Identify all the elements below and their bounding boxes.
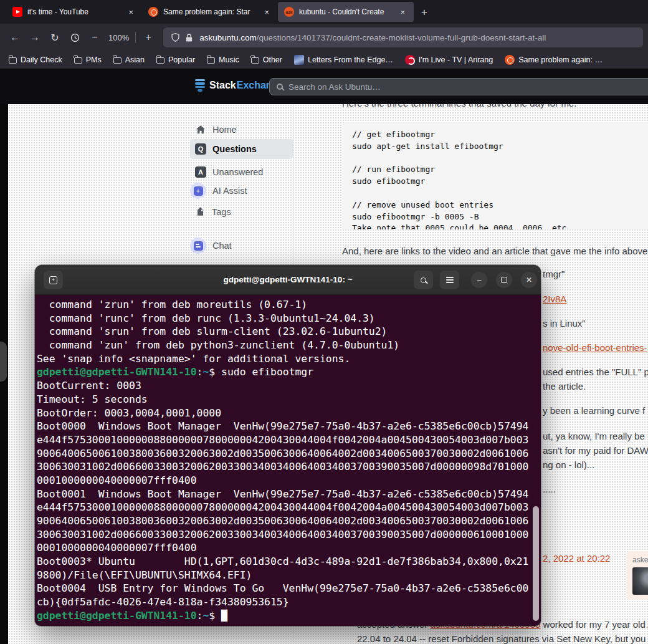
bookmark-letters[interactable]: Letters From the Edge… xyxy=(294,55,393,65)
terminal-line: 9800)/File(\EFI\UBUNTU\SHIMX64.EFI) xyxy=(37,569,541,582)
terminal-output[interactable]: command 'zrun' from deb moreutils (0.67-… xyxy=(35,295,541,623)
sidebar-item-tags[interactable]: Tags xyxy=(195,204,231,220)
sidebar-item-label: Chat xyxy=(212,241,232,251)
zoom-level[interactable]: 100% xyxy=(105,33,133,42)
bookmark-arirang[interactable]: I'm Live - TV | Arirang xyxy=(405,55,493,65)
search-icon xyxy=(277,84,283,90)
tab-youtube[interactable]: it's time - YouTube × xyxy=(6,2,142,22)
tab-strip: it's time - YouTube × Same problem again… xyxy=(0,0,648,24)
terminal-line: BootOrder: 0003,0004,0001,0000 xyxy=(37,406,541,420)
firefox-chrome: it's time - YouTube × Same problem again… xyxy=(0,0,648,69)
maximize-button[interactable] xyxy=(496,272,512,288)
answer-links-line: And, here are links to the video and an … xyxy=(342,246,648,256)
terminal-line: 90064006500610038003600320063002d0035006… xyxy=(37,514,541,528)
sidebar-item-unanswered[interactable]: A Unanswered xyxy=(195,164,263,180)
unanswered-icon: A xyxy=(195,166,206,178)
code-line: // get efibootmgr xyxy=(352,129,648,141)
folder-icon xyxy=(113,57,122,64)
folder-icon xyxy=(156,57,164,64)
terminal-menu-button[interactable] xyxy=(440,271,459,289)
chat-icon xyxy=(190,238,206,254)
asked-signature-box: asked xyxy=(626,551,648,600)
terminal-scrollbar[interactable] xyxy=(533,506,539,621)
home-icon xyxy=(195,124,206,135)
tab-same-problem[interactable]: Same problem again: Star × xyxy=(142,2,278,22)
tag-icon xyxy=(195,207,206,218)
user-avatar[interactable] xyxy=(632,567,648,595)
back-button[interactable]: ← xyxy=(5,28,25,47)
text-fragment: the article. xyxy=(543,381,586,392)
ubuntu-icon xyxy=(505,55,515,65)
text-fragment: asn't for my paid for DAW xyxy=(543,445,648,456)
forward-button[interactable]: → xyxy=(25,28,45,47)
navigation-toolbar: ← → ↻ − 100% + askubuntu.com/questions/1… xyxy=(0,24,648,51)
bookmark-popular[interactable]: Popular xyxy=(156,55,195,64)
bookmark-daily-check[interactable]: Daily Check xyxy=(9,55,62,64)
text-fragment: tmgr" xyxy=(543,269,565,279)
text-fragment: y been a learning curve f xyxy=(543,405,645,416)
terminal-line: Boot0004 USB Entry for Windows To Go Ven… xyxy=(37,582,541,595)
terminal-line: command 'srun' from deb slurm-client (23… xyxy=(37,325,541,339)
terminal-line: BootCurrent: 0003 xyxy=(37,379,541,393)
sidebar-item-questions[interactable]: Q Questions xyxy=(190,139,293,159)
zoom-out-button[interactable]: − xyxy=(85,28,105,47)
terminal-line: cb){0df5afdc-4026-47e4-818a-f34380953615… xyxy=(37,595,541,609)
text-fragment: ..... xyxy=(543,484,556,494)
history-clock-icon[interactable] xyxy=(65,28,85,47)
terminal-new-tab-button[interactable]: + xyxy=(44,271,63,289)
terminal-titlebar[interactable]: gdpetti@gdpetti-GWTN141-10: ~ + – ✕ xyxy=(35,265,541,295)
text-fragment: ut, ya know, I'm really be xyxy=(543,431,645,441)
link-fragment[interactable]: 2Iv8A xyxy=(543,294,566,304)
questions-icon: Q xyxy=(195,143,206,155)
close-button[interactable]: ✕ xyxy=(521,272,537,288)
lock-icon[interactable] xyxy=(185,33,193,42)
terminal-line: e444f57530001000000880000007800000042004… xyxy=(37,501,541,514)
terminal-line: See 'snap info <snapname>' for additiona… xyxy=(37,352,541,366)
hamburger-menu-icon xyxy=(446,277,454,283)
sidebar-item-label: AI Assist xyxy=(212,186,247,196)
tab-kubuntu-active[interactable]: ask kubuntu - Couldn't Create × xyxy=(278,2,414,22)
bookmark-asian[interactable]: Asian xyxy=(113,55,145,64)
bookmarks-toolbar: Daily Check PMs Asian Popular Music Othe… xyxy=(0,51,648,69)
new-tab-button[interactable]: + xyxy=(414,4,435,24)
comment-line: 22.04 to 24.04 -- reset Forbidden signat… xyxy=(357,633,648,644)
sidebar-item-home[interactable]: Home xyxy=(195,122,237,138)
minimize-button[interactable]: – xyxy=(471,272,487,288)
terminal-line: command 'zun' from deb python3-zunclient… xyxy=(37,339,541,352)
terminal-line: 300630031002d006600330032006200330034003… xyxy=(37,460,541,474)
bookmark-same-problem[interactable]: Same problem again: … xyxy=(505,55,603,65)
bookmark-music[interactable]: Music xyxy=(207,55,239,64)
arirang-icon xyxy=(405,55,415,65)
shield-icon[interactable] xyxy=(171,32,180,42)
zoom-in-button[interactable]: + xyxy=(138,28,158,47)
code-line: sudo efibootmgr -b 0005 -B xyxy=(352,211,648,223)
search-placeholder: Search on Ask Ubuntu… xyxy=(288,82,381,92)
terminal-line: Boot0000 Windows Boot Manager VenHw(99e2… xyxy=(37,420,541,433)
page-favicon xyxy=(294,55,304,65)
sidebar-item-ai-assist[interactable]: + AI Assist xyxy=(190,183,247,199)
text-fragment: ng on - lol)... xyxy=(543,459,594,470)
folder-icon xyxy=(74,57,82,64)
terminal-line: gdpetti@gdpetti-GWTN141-10:~$ sudo efibo… xyxy=(37,365,541,379)
link-fragment[interactable]: nove-old-efi-boot-entries- xyxy=(543,342,647,353)
ask-ubuntu-icon: ask xyxy=(284,7,294,17)
ubuntu-icon xyxy=(148,7,158,17)
edited-date-link[interactable]: 2, 2022 at 20:22 xyxy=(543,553,610,564)
tab-close-icon[interactable]: × xyxy=(262,6,272,18)
terminal-title: gdpetti@gdpetti-GWTN141-10: ~ xyxy=(35,265,541,294)
sidebar-item-chat[interactable]: Chat xyxy=(190,238,232,254)
bookmark-other[interactable]: Other xyxy=(251,55,282,64)
tab-close-icon[interactable]: × xyxy=(398,6,407,18)
url-bar[interactable]: askubuntu.com/questions/1401737/couldnt-… xyxy=(163,27,643,47)
edge-window-handle[interactable] xyxy=(0,342,7,382)
terminal-line: Boot0003* Ubuntu HD(1,GPT,601d30cd-4d3c-… xyxy=(37,555,541,569)
terminal-search-button[interactable] xyxy=(414,271,433,289)
reload-button[interactable]: ↻ xyxy=(45,28,65,47)
tab-close-icon[interactable]: × xyxy=(126,6,136,18)
terminal-line: gdpetti@gdpetti-GWTN141-10:~$ █ xyxy=(37,609,541,623)
sidebar-item-label: Home xyxy=(212,125,237,135)
code-line xyxy=(352,188,648,199)
site-search-input[interactable]: Search on Ask Ubuntu… xyxy=(269,78,648,95)
bookmark-pms[interactable]: PMs xyxy=(74,55,102,64)
terminal-line: e444f57530001000000880000007800000042004… xyxy=(37,433,541,447)
